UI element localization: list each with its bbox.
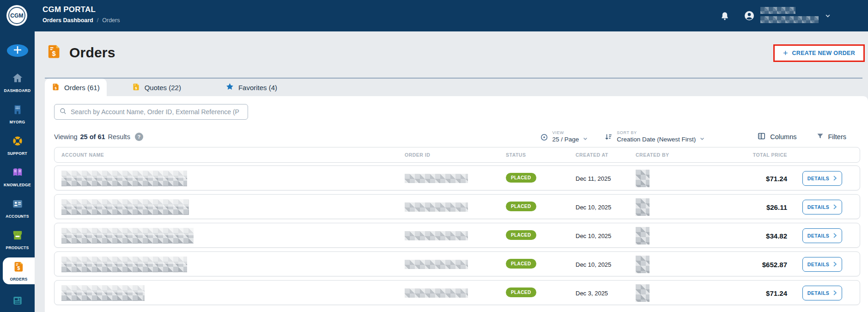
order-id-redacted bbox=[405, 288, 468, 298]
sidebar-nav: DASHBOARD MYORG SUPPORT KNOWLEDGE ACCOUN… bbox=[0, 31, 35, 312]
table-row: PLACED Dec 10, 2025 $34.82 DETAILS bbox=[54, 223, 860, 248]
cgm-logo: CGM bbox=[6, 5, 27, 26]
create-new-order-button[interactable]: + CREATE NEW ORDER bbox=[775, 46, 863, 61]
sidebar-item-label: ORDERS bbox=[10, 277, 27, 281]
details-button[interactable]: DETAILS bbox=[802, 257, 842, 272]
storefront-icon bbox=[12, 229, 24, 243]
sidebar-item-label: KNOWLEDGE bbox=[4, 183, 31, 187]
sidebar-create-button[interactable] bbox=[7, 44, 28, 57]
help-icon[interactable]: ? bbox=[135, 133, 143, 141]
create-order-highlight: + CREATE NEW ORDER bbox=[773, 44, 865, 62]
home-icon bbox=[12, 72, 24, 86]
invoice-icon: $ bbox=[13, 261, 25, 275]
table-row: PLACED Dec 10, 2025 $652.87 DETAILS bbox=[54, 251, 860, 276]
chevron-down-icon bbox=[582, 136, 589, 143]
quote-icon: $ bbox=[132, 83, 140, 92]
orders-page-icon: $ bbox=[46, 43, 62, 61]
notifications-button[interactable] bbox=[720, 11, 730, 23]
tab-bar: $ Orders (61) $ Quotes (22) Favorites (4… bbox=[45, 79, 284, 96]
details-button[interactable]: DETAILS bbox=[802, 228, 842, 243]
sidebar-item-products[interactable]: PRODUCTS bbox=[0, 226, 35, 253]
created-by-redacted bbox=[636, 284, 649, 302]
user-avatar-icon bbox=[744, 10, 755, 23]
filters-label: Filters bbox=[828, 133, 846, 141]
view-per-page-dropdown[interactable]: VIEW 25 / Page bbox=[540, 130, 589, 143]
details-button[interactable]: DETAILS bbox=[802, 286, 842, 300]
columns-button[interactable]: Columns bbox=[757, 132, 796, 142]
sidebar-item-label: SUPPORT bbox=[7, 151, 27, 156]
tab-favorites[interactable]: Favorites (4) bbox=[219, 79, 284, 96]
chevron-right-icon bbox=[833, 204, 837, 211]
column-header-status: STATUS bbox=[506, 152, 526, 158]
sort-icon bbox=[604, 133, 613, 143]
total-price-value: $71.24 bbox=[766, 289, 787, 297]
status-badge: PLACED bbox=[506, 259, 536, 269]
table-header: ACCOUNT NAME ORDER ID STATUS CREATED AT … bbox=[54, 147, 860, 163]
order-id-redacted bbox=[405, 202, 468, 212]
breadcrumb-parent[interactable]: Orders Dashboard bbox=[42, 17, 93, 24]
viewing-suffix: Results bbox=[108, 133, 130, 141]
redacted-text-block bbox=[760, 7, 795, 14]
search-input[interactable] bbox=[71, 108, 243, 116]
table-row: PLACED Dec 3, 2025 $71.24 DETAILS bbox=[54, 280, 860, 305]
column-header-total-price: TOTAL PRICE bbox=[753, 152, 787, 158]
order-id-redacted bbox=[405, 231, 468, 240]
user-name-redacted bbox=[760, 7, 819, 23]
details-label: DETAILS bbox=[807, 176, 830, 181]
column-header-order-id: ORDER ID bbox=[405, 152, 430, 158]
viewing-prefix: Viewing bbox=[54, 133, 78, 141]
account-name-redacted bbox=[61, 228, 194, 244]
created-at-value: Dec 3, 2025 bbox=[576, 290, 608, 297]
bell-icon bbox=[720, 11, 730, 23]
svg-text:$: $ bbox=[52, 50, 56, 57]
user-menu-button[interactable] bbox=[744, 10, 755, 23]
id-card-icon bbox=[12, 198, 24, 212]
viewing-count: 25 of 61 bbox=[80, 133, 105, 141]
chevron-right-icon bbox=[833, 290, 837, 297]
eye-icon bbox=[540, 133, 548, 143]
sidebar-item-knowledge[interactable]: KNOWLEDGE bbox=[0, 163, 35, 190]
breadcrumb: Orders Dashboard / Orders bbox=[42, 17, 120, 24]
created-at-value: Dec 10, 2025 bbox=[576, 204, 611, 211]
sidebar-item-myorg[interactable]: MYORG bbox=[0, 100, 35, 127]
chevron-down-icon[interactable] bbox=[824, 12, 832, 21]
breadcrumb-separator: / bbox=[97, 17, 98, 24]
details-button[interactable]: DETAILS bbox=[802, 171, 842, 186]
newspaper-icon bbox=[12, 294, 24, 308]
svg-text:$: $ bbox=[17, 265, 20, 270]
details-label: DETAILS bbox=[807, 233, 830, 239]
sidebar-item-label: ACCOUNTS bbox=[6, 214, 29, 219]
sidebar-item-label: PRODUCTS bbox=[6, 245, 29, 250]
tab-quotes[interactable]: $ Quotes (22) bbox=[125, 79, 188, 96]
status-badge: PLACED bbox=[506, 173, 536, 183]
details-label: DETAILS bbox=[807, 204, 830, 210]
plus-icon bbox=[12, 44, 23, 57]
created-by-redacted bbox=[636, 256, 649, 273]
tab-quotes-label: Quotes (22) bbox=[145, 84, 181, 92]
sidebar-item-support[interactable]: SUPPORT bbox=[0, 132, 35, 159]
breadcrumb-current: Orders bbox=[102, 17, 120, 24]
created-by-redacted bbox=[636, 227, 649, 245]
tab-orders-label: Orders (61) bbox=[64, 84, 100, 92]
details-button[interactable]: DETAILS bbox=[802, 200, 842, 214]
chevron-down-icon bbox=[699, 136, 705, 143]
chevron-right-icon bbox=[833, 232, 837, 239]
logo-text: CGM bbox=[10, 12, 24, 19]
sort-by-dropdown[interactable]: SORT BY Creation Date (Newest First) bbox=[604, 130, 705, 143]
sidebar-item-orders[interactable]: $ ORDERS bbox=[3, 257, 35, 284]
details-label: DETAILS bbox=[807, 290, 830, 296]
sidebar-item-dashboard[interactable]: DASHBOARD bbox=[0, 69, 35, 96]
sidebar-item-label: MYORG bbox=[10, 120, 25, 124]
columns-label: Columns bbox=[770, 133, 796, 141]
created-by-redacted bbox=[636, 198, 649, 216]
order-id-redacted bbox=[405, 174, 468, 183]
star-icon bbox=[225, 82, 234, 92]
sort-value: Creation Date (Newest First) bbox=[617, 136, 696, 143]
plus-icon: + bbox=[783, 49, 788, 57]
tab-orders[interactable]: $ Orders (61) bbox=[45, 79, 107, 96]
sidebar-item-accounts[interactable]: ACCOUNTS bbox=[0, 195, 35, 221]
search-icon bbox=[59, 107, 67, 117]
sidebar-item-news[interactable] bbox=[0, 289, 35, 312]
filters-button[interactable]: Filters bbox=[816, 132, 846, 141]
book-icon bbox=[12, 166, 24, 180]
